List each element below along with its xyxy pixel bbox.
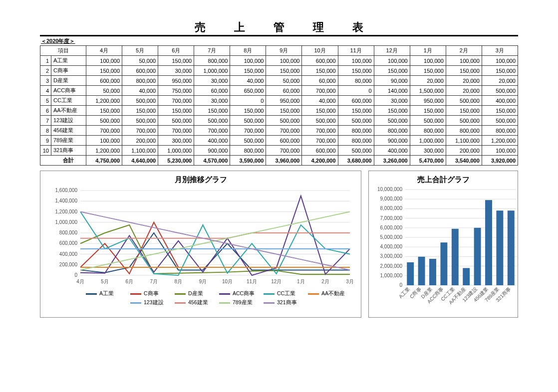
cell: 40,000 [122, 86, 158, 96]
svg-rect-60 [496, 210, 503, 285]
table-row: 2C商事150,000600,00030,0001,000,000150,000… [40, 66, 518, 76]
legend-item: ACC商事 [219, 290, 257, 297]
svg-text:1,400,000: 1,400,000 [55, 198, 78, 203]
svg-text:10,000,000: 10,000,000 [377, 187, 402, 192]
col-month: 5月 [122, 46, 158, 56]
cell: 700,000 [302, 136, 338, 146]
cell: 800,000 [482, 126, 518, 136]
legend-label: 321商事 [277, 299, 297, 306]
cell: 900,000 [374, 136, 410, 146]
legend-label: C商事 [144, 290, 159, 297]
table-row: 8456建業700,000700,000700,000700,000700,00… [40, 126, 518, 136]
cell: 140,000 [374, 86, 410, 96]
svg-rect-55 [440, 242, 447, 285]
legend-swatch [130, 293, 141, 295]
svg-rect-56 [452, 229, 459, 285]
cell: 30,000 [194, 76, 230, 86]
svg-text:6月: 6月 [125, 279, 133, 284]
cell: 600,000 [122, 66, 158, 76]
svg-text:1,000,000: 1,000,000 [55, 219, 78, 225]
cell: 400,000 [194, 136, 230, 146]
cell: 100,000 [266, 56, 302, 66]
total-cell: 5,470,000 [410, 156, 446, 166]
row-name: ACC商事 [51, 86, 86, 96]
cell: 60,000 [266, 86, 302, 96]
cell: 600,000 [266, 136, 302, 146]
svg-text:4月: 4月 [76, 279, 84, 284]
legend-item: 789産業 [219, 299, 257, 306]
legend-item: C商事 [130, 290, 168, 297]
cell: 30,000 [158, 66, 194, 76]
cell: 100,000 [338, 56, 374, 66]
legend-label: 456建業 [188, 299, 208, 306]
svg-text:400,000: 400,000 [59, 251, 78, 257]
cell: 950,000 [266, 96, 302, 106]
line-chart-legend: A工業C商事D産業ACC商事CC工業AA不動産123建設456建業789産業32… [45, 287, 356, 306]
cell: 150,000 [374, 106, 410, 116]
cell: 700,000 [266, 146, 302, 156]
cell: 600,000 [86, 76, 122, 86]
row-name: D産業 [51, 76, 86, 86]
col-month: 12月 [374, 46, 410, 56]
total-cell: 3,960,000 [266, 156, 302, 166]
cell: 150,000 [86, 106, 122, 116]
cell: 600,000 [302, 56, 338, 66]
cell: 100,000 [410, 56, 446, 66]
legend-item: CC工業 [264, 290, 301, 297]
svg-text:7月: 7月 [150, 279, 158, 284]
cell: 1,000,000 [158, 146, 194, 156]
svg-text:1,000,000: 1,000,000 [380, 273, 403, 278]
legend-swatch [175, 293, 186, 295]
svg-text:6,000,000: 6,000,000 [380, 225, 403, 230]
legend-swatch [308, 293, 319, 295]
table-row: 5CC工業1,200,000500,000700,00030,0000950,0… [40, 96, 518, 106]
cell: 60,000 [302, 76, 338, 86]
row-index: 7 [40, 116, 51, 126]
svg-rect-61 [508, 210, 515, 285]
table-total-row: 合計4,750,0004,640,0005,230,0004,570,0003,… [40, 156, 518, 166]
row-name: C商事 [51, 66, 86, 76]
legend-label: A工業 [99, 290, 114, 297]
svg-text:11月: 11月 [247, 279, 257, 284]
cell: 150,000 [266, 66, 302, 76]
legend-swatch [175, 302, 186, 304]
col-month: 6月 [158, 46, 194, 56]
cell: 150,000 [86, 66, 122, 76]
legend-item: D産業 [175, 290, 212, 297]
legend-swatch [219, 293, 230, 295]
row-name: 321商事 [51, 146, 86, 156]
svg-text:3,000,000: 3,000,000 [380, 253, 403, 259]
cell: 150,000 [482, 106, 518, 116]
cell: 500,000 [482, 116, 518, 126]
row-index: 5 [40, 96, 51, 106]
legend-label: 789産業 [233, 299, 253, 306]
cell: 700,000 [194, 126, 230, 136]
row-index: 6 [40, 106, 51, 116]
total-cell: 4,640,000 [122, 156, 158, 166]
table-row: 1A工業100,00050,000150,000800,000100,00010… [40, 56, 518, 66]
col-month: 7月 [194, 46, 230, 56]
line-chart: 月別推移グラフ 0200,000400,000600,000800,0001,0… [40, 171, 361, 318]
total-cell: 3,680,000 [338, 156, 374, 166]
svg-text:0: 0 [399, 282, 402, 288]
svg-text:9月: 9月 [199, 279, 207, 284]
cell: 800,000 [230, 146, 266, 156]
cell: 800,000 [194, 56, 230, 66]
page-title: 売上管理表 [40, 20, 518, 36]
year-label: ＜2020年度＞ [40, 37, 518, 45]
cell: 950,000 [410, 96, 446, 106]
cell: 150,000 [158, 56, 194, 66]
cell: 60,000 [194, 86, 230, 96]
cell: 100,000 [482, 146, 518, 156]
cell: 700,000 [86, 126, 122, 136]
col-month: 10月 [302, 46, 338, 56]
row-name: AA不動産 [51, 106, 86, 116]
svg-text:5月: 5月 [101, 279, 109, 284]
cell: 1,500,000 [410, 86, 446, 96]
total-cell: 4,750,000 [86, 156, 122, 166]
cell: 50,000 [266, 76, 302, 86]
cell: 800,000 [374, 126, 410, 136]
cell: 500,000 [86, 116, 122, 126]
table-row: 9789産業100,000200,000300,000400,000500,00… [40, 136, 518, 146]
svg-rect-52 [407, 262, 414, 285]
